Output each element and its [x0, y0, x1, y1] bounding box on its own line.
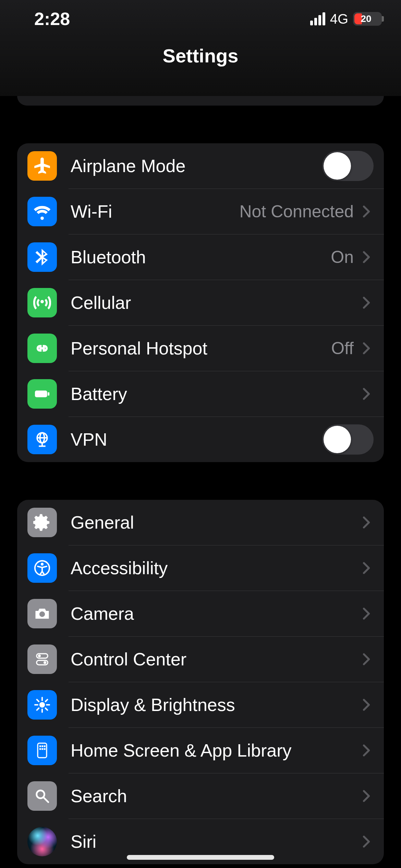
row-label: Airplane Mode [57, 156, 322, 176]
row-label: Home Screen & App Library [57, 740, 359, 761]
cellular-signal-icon [310, 12, 325, 25]
row-label: VPN [57, 429, 322, 450]
chevron-right-icon [359, 561, 374, 575]
row-accessibility[interactable]: Accessibility [17, 545, 384, 591]
chevron-right-icon [359, 789, 374, 803]
vpn-toggle[interactable] [322, 424, 374, 455]
page-title: Settings [163, 45, 239, 67]
airplane-toggle[interactable] [322, 151, 374, 181]
row-wifi[interactable]: Wi-Fi Not Connected [17, 189, 384, 234]
chevron-right-icon [359, 296, 374, 310]
network-type: 4G [330, 11, 348, 27]
svg-rect-23 [39, 745, 41, 747]
row-detail: On [331, 247, 359, 267]
row-personal-hotspot[interactable]: Personal Hotspot Off [17, 326, 384, 371]
row-label: Cellular [57, 292, 359, 313]
siri-orb-icon [27, 827, 57, 856]
control-center-icon [27, 644, 57, 674]
svg-point-8 [41, 563, 44, 566]
previous-group-edge [17, 96, 384, 106]
row-bluetooth[interactable]: Bluetooth On [17, 234, 384, 280]
chevron-right-icon [359, 515, 374, 530]
row-detail: Not Connected [239, 202, 359, 221]
row-camera[interactable]: Camera [17, 591, 384, 636]
svg-line-20 [46, 700, 48, 702]
hotspot-link-icon [27, 334, 57, 363]
nav-header: Settings [0, 38, 401, 96]
svg-rect-26 [39, 748, 41, 750]
row-vpn[interactable]: VPN [17, 417, 384, 462]
svg-line-30 [44, 798, 48, 802]
row-battery[interactable]: Battery [17, 371, 384, 417]
row-airplane-mode[interactable]: Airplane Mode [17, 143, 384, 189]
brightness-sun-icon [27, 690, 57, 720]
battery-nub [382, 16, 384, 22]
row-label: Wi-Fi [57, 201, 239, 222]
svg-rect-22 [38, 743, 47, 758]
row-cellular[interactable]: Cellular [17, 280, 384, 325]
row-label: Siri [57, 831, 359, 852]
home-indicator[interactable] [127, 855, 274, 860]
row-general[interactable]: General [17, 500, 384, 545]
chevron-right-icon [359, 743, 374, 758]
svg-rect-0 [35, 390, 47, 397]
row-label: Bluetooth [57, 247, 331, 267]
vpn-globe-icon [27, 425, 57, 454]
row-home-screen[interactable]: Home Screen & App Library [17, 728, 384, 773]
svg-line-18 [37, 700, 39, 702]
row-label: Battery [57, 384, 359, 404]
row-label: Personal Hotspot [57, 338, 331, 359]
chevron-right-icon [359, 606, 374, 621]
chevron-right-icon [359, 341, 374, 355]
chevron-right-icon [359, 834, 374, 849]
cellular-antenna-icon [27, 288, 57, 317]
svg-rect-27 [41, 748, 43, 750]
row-label: Camera [57, 603, 359, 624]
chevron-right-icon [359, 250, 374, 264]
row-label: Display & Brightness [57, 695, 359, 715]
accessibility-icon [27, 553, 57, 583]
row-search[interactable]: Search [17, 773, 384, 819]
settings-group-system: General Accessibility Camera Control Cen… [17, 500, 384, 864]
battery-full-icon [27, 379, 57, 409]
chevron-right-icon [359, 652, 374, 666]
search-magnifier-icon [27, 781, 57, 811]
chevron-right-icon [359, 204, 374, 219]
status-bar: 2:28 4G 20 [0, 0, 401, 38]
camera-icon [27, 599, 57, 628]
gear-icon [27, 508, 57, 537]
row-label: Search [57, 786, 359, 806]
airplane-icon [27, 151, 57, 181]
svg-point-13 [39, 702, 45, 708]
chevron-right-icon [359, 698, 374, 712]
row-label: General [57, 512, 359, 533]
battery-percent: 20 [354, 13, 380, 24]
svg-line-21 [37, 708, 39, 710]
row-control-center[interactable]: Control Center [17, 637, 384, 682]
battery-icon: 20 [353, 12, 382, 26]
chevron-right-icon [359, 387, 374, 401]
svg-line-19 [46, 708, 48, 710]
settings-group-connectivity: Airplane Mode Wi-Fi Not Connected Blueto… [17, 143, 384, 462]
svg-point-10 [38, 654, 41, 657]
svg-rect-24 [41, 745, 43, 747]
svg-rect-1 [48, 392, 49, 396]
svg-rect-28 [44, 748, 46, 750]
row-detail: Off [331, 338, 359, 358]
row-label: Control Center [57, 649, 359, 670]
row-label: Accessibility [57, 558, 359, 578]
bluetooth-icon [27, 242, 57, 272]
svg-point-29 [37, 791, 45, 798]
status-right: 4G 20 [310, 11, 384, 27]
wifi-icon [27, 197, 57, 226]
status-time: 2:28 [34, 9, 70, 29]
row-display-brightness[interactable]: Display & Brightness [17, 682, 384, 727]
svg-point-12 [44, 661, 46, 664]
home-screen-icon [27, 736, 57, 765]
svg-rect-25 [44, 745, 46, 747]
